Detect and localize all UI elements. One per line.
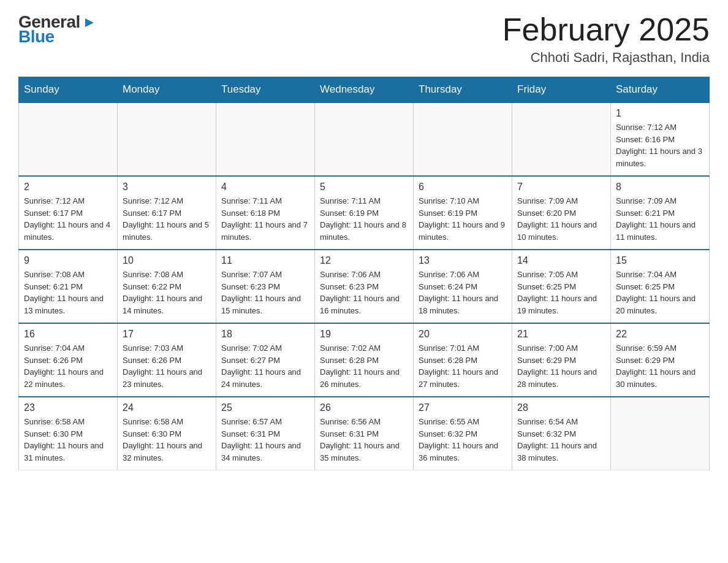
calendar-cell: 18Sunrise: 7:02 AM Sunset: 6:27 PM Dayli… bbox=[216, 323, 315, 397]
header-monday: Monday bbox=[118, 77, 216, 103]
calendar-header-row: SundayMondayTuesdayWednesdayThursdayFrid… bbox=[19, 77, 710, 103]
day-number: 24 bbox=[123, 402, 211, 413]
calendar-cell: 15Sunrise: 7:04 AM Sunset: 6:25 PM Dayli… bbox=[611, 250, 710, 323]
logo-blue-text: Blue bbox=[18, 27, 55, 47]
day-number: 22 bbox=[616, 329, 704, 340]
sun-info: Sunrise: 7:12 AM Sunset: 6:16 PM Dayligh… bbox=[616, 121, 704, 169]
calendar-cell: 19Sunrise: 7:02 AM Sunset: 6:28 PM Dayli… bbox=[315, 323, 414, 397]
header-thursday: Thursday bbox=[414, 77, 512, 103]
sun-info: Sunrise: 7:11 AM Sunset: 6:19 PM Dayligh… bbox=[320, 195, 408, 243]
svg-marker-0 bbox=[85, 18, 94, 27]
day-number: 28 bbox=[517, 402, 605, 413]
calendar-cell: 9Sunrise: 7:08 AM Sunset: 6:21 PM Daylig… bbox=[19, 250, 118, 323]
calendar-week-1: 1Sunrise: 7:12 AM Sunset: 6:16 PM Daylig… bbox=[19, 102, 710, 176]
calendar-cell bbox=[118, 102, 216, 176]
calendar-cell: 25Sunrise: 6:57 AM Sunset: 6:31 PM Dayli… bbox=[216, 397, 315, 470]
day-number: 9 bbox=[24, 255, 112, 266]
calendar-cell: 6Sunrise: 7:10 AM Sunset: 6:19 PM Daylig… bbox=[414, 176, 512, 250]
calendar-cell bbox=[315, 102, 414, 176]
sun-info: Sunrise: 7:04 AM Sunset: 6:25 PM Dayligh… bbox=[616, 269, 704, 316]
day-number: 27 bbox=[419, 402, 507, 413]
title-block: February 2025 Chhoti Sadri, Rajasthan, I… bbox=[502, 12, 710, 66]
sun-info: Sunrise: 7:02 AM Sunset: 6:28 PM Dayligh… bbox=[320, 342, 408, 390]
day-number: 23 bbox=[24, 402, 112, 413]
calendar-cell: 21Sunrise: 7:00 AM Sunset: 6:29 PM Dayli… bbox=[512, 323, 611, 397]
calendar-cell bbox=[216, 102, 315, 176]
calendar-week-2: 2Sunrise: 7:12 AM Sunset: 6:17 PM Daylig… bbox=[19, 176, 710, 250]
day-number: 12 bbox=[320, 255, 408, 266]
calendar-cell: 3Sunrise: 7:12 AM Sunset: 6:17 PM Daylig… bbox=[118, 176, 216, 250]
sun-info: Sunrise: 7:09 AM Sunset: 6:21 PM Dayligh… bbox=[616, 195, 704, 243]
calendar-cell: 7Sunrise: 7:09 AM Sunset: 6:20 PM Daylig… bbox=[512, 176, 611, 250]
header-friday: Friday bbox=[512, 77, 611, 103]
calendar-cell bbox=[611, 397, 710, 470]
sun-info: Sunrise: 7:11 AM Sunset: 6:18 PM Dayligh… bbox=[221, 195, 309, 243]
sun-info: Sunrise: 7:06 AM Sunset: 6:24 PM Dayligh… bbox=[419, 269, 507, 316]
location-text: Chhoti Sadri, Rajasthan, India bbox=[502, 50, 710, 66]
calendar-cell bbox=[19, 102, 118, 176]
month-title: February 2025 bbox=[502, 12, 710, 47]
day-number: 3 bbox=[123, 182, 211, 193]
sun-info: Sunrise: 7:07 AM Sunset: 6:23 PM Dayligh… bbox=[221, 269, 309, 316]
day-number: 7 bbox=[517, 182, 605, 193]
calendar-cell: 24Sunrise: 6:58 AM Sunset: 6:30 PM Dayli… bbox=[118, 397, 216, 470]
sun-info: Sunrise: 7:08 AM Sunset: 6:21 PM Dayligh… bbox=[24, 269, 112, 316]
sun-info: Sunrise: 7:08 AM Sunset: 6:22 PM Dayligh… bbox=[123, 269, 211, 316]
day-number: 13 bbox=[419, 255, 507, 266]
day-number: 25 bbox=[221, 402, 309, 413]
header-wednesday: Wednesday bbox=[315, 77, 414, 103]
sun-info: Sunrise: 7:03 AM Sunset: 6:26 PM Dayligh… bbox=[123, 342, 211, 390]
calendar-cell: 5Sunrise: 7:11 AM Sunset: 6:19 PM Daylig… bbox=[315, 176, 414, 250]
day-number: 21 bbox=[517, 329, 605, 340]
sun-info: Sunrise: 6:56 AM Sunset: 6:31 PM Dayligh… bbox=[320, 416, 408, 464]
calendar-cell: 1Sunrise: 7:12 AM Sunset: 6:16 PM Daylig… bbox=[611, 102, 710, 176]
day-number: 5 bbox=[320, 182, 408, 193]
sun-info: Sunrise: 6:58 AM Sunset: 6:30 PM Dayligh… bbox=[24, 416, 112, 464]
calendar-week-4: 16Sunrise: 7:04 AM Sunset: 6:26 PM Dayli… bbox=[19, 323, 710, 397]
day-number: 2 bbox=[24, 182, 112, 193]
day-number: 1 bbox=[616, 108, 704, 119]
sun-info: Sunrise: 7:10 AM Sunset: 6:19 PM Dayligh… bbox=[419, 195, 507, 243]
calendar-cell: 11Sunrise: 7:07 AM Sunset: 6:23 PM Dayli… bbox=[216, 250, 315, 323]
calendar-cell: 22Sunrise: 6:59 AM Sunset: 6:29 PM Dayli… bbox=[611, 323, 710, 397]
sun-info: Sunrise: 6:57 AM Sunset: 6:31 PM Dayligh… bbox=[221, 416, 309, 464]
sun-info: Sunrise: 7:01 AM Sunset: 6:28 PM Dayligh… bbox=[419, 342, 507, 390]
header-saturday: Saturday bbox=[611, 77, 710, 103]
logo: General Blue bbox=[18, 12, 96, 47]
calendar-week-3: 9Sunrise: 7:08 AM Sunset: 6:21 PM Daylig… bbox=[19, 250, 710, 323]
sun-info: Sunrise: 7:12 AM Sunset: 6:17 PM Dayligh… bbox=[24, 195, 112, 243]
day-number: 20 bbox=[419, 329, 507, 340]
sun-info: Sunrise: 7:06 AM Sunset: 6:23 PM Dayligh… bbox=[320, 269, 408, 316]
day-number: 19 bbox=[320, 329, 408, 340]
sun-info: Sunrise: 7:09 AM Sunset: 6:20 PM Dayligh… bbox=[517, 195, 605, 243]
day-number: 4 bbox=[221, 182, 309, 193]
sun-info: Sunrise: 7:02 AM Sunset: 6:27 PM Dayligh… bbox=[221, 342, 309, 390]
day-number: 10 bbox=[123, 255, 211, 266]
day-number: 8 bbox=[616, 182, 704, 193]
sun-info: Sunrise: 6:54 AM Sunset: 6:32 PM Dayligh… bbox=[517, 416, 605, 464]
day-number: 15 bbox=[616, 255, 704, 266]
sun-info: Sunrise: 7:12 AM Sunset: 6:17 PM Dayligh… bbox=[123, 195, 211, 243]
calendar-week-5: 23Sunrise: 6:58 AM Sunset: 6:30 PM Dayli… bbox=[19, 397, 710, 470]
calendar-cell: 27Sunrise: 6:55 AM Sunset: 6:32 PM Dayli… bbox=[414, 397, 512, 470]
calendar-cell: 17Sunrise: 7:03 AM Sunset: 6:26 PM Dayli… bbox=[118, 323, 216, 397]
calendar-cell bbox=[512, 102, 611, 176]
calendar-cell: 14Sunrise: 7:05 AM Sunset: 6:25 PM Dayli… bbox=[512, 250, 611, 323]
calendar-cell: 28Sunrise: 6:54 AM Sunset: 6:32 PM Dayli… bbox=[512, 397, 611, 470]
calendar-cell: 4Sunrise: 7:11 AM Sunset: 6:18 PM Daylig… bbox=[216, 176, 315, 250]
calendar-cell: 2Sunrise: 7:12 AM Sunset: 6:17 PM Daylig… bbox=[19, 176, 118, 250]
day-number: 26 bbox=[320, 402, 408, 413]
sun-info: Sunrise: 6:59 AM Sunset: 6:29 PM Dayligh… bbox=[616, 342, 704, 390]
calendar-cell: 12Sunrise: 7:06 AM Sunset: 6:23 PM Dayli… bbox=[315, 250, 414, 323]
day-number: 11 bbox=[221, 255, 309, 266]
calendar-table: SundayMondayTuesdayWednesdayThursdayFrid… bbox=[18, 77, 710, 470]
calendar-cell: 8Sunrise: 7:09 AM Sunset: 6:21 PM Daylig… bbox=[611, 176, 710, 250]
calendar-cell: 16Sunrise: 7:04 AM Sunset: 6:26 PM Dayli… bbox=[19, 323, 118, 397]
calendar-cell: 13Sunrise: 7:06 AM Sunset: 6:24 PM Dayli… bbox=[414, 250, 512, 323]
day-number: 17 bbox=[123, 329, 211, 340]
sun-info: Sunrise: 7:05 AM Sunset: 6:25 PM Dayligh… bbox=[517, 269, 605, 316]
sun-info: Sunrise: 7:04 AM Sunset: 6:26 PM Dayligh… bbox=[24, 342, 112, 390]
calendar-cell: 26Sunrise: 6:56 AM Sunset: 6:31 PM Dayli… bbox=[315, 397, 414, 470]
header-tuesday: Tuesday bbox=[216, 77, 315, 103]
day-number: 14 bbox=[517, 255, 605, 266]
